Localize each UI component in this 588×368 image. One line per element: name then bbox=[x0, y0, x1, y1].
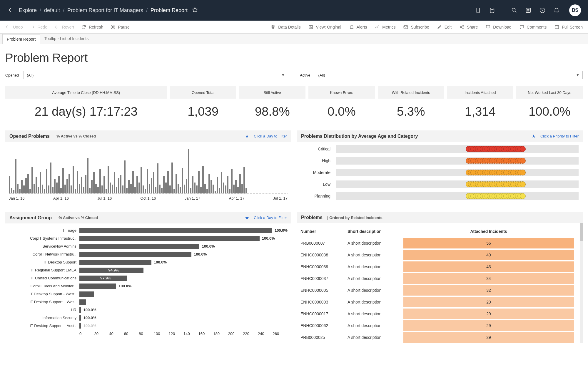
bar[interactable] bbox=[184, 185, 185, 193]
bar[interactable] bbox=[36, 177, 37, 193]
bar[interactable] bbox=[91, 180, 93, 193]
bar[interactable] bbox=[106, 189, 107, 193]
bar[interactable] bbox=[153, 172, 154, 193]
subscribe-button[interactable]: Subscribe bbox=[403, 24, 429, 30]
bar[interactable] bbox=[83, 187, 84, 194]
bar[interactable] bbox=[186, 179, 187, 193]
bar[interactable] bbox=[112, 185, 113, 193]
bar[interactable] bbox=[60, 188, 62, 193]
bar[interactable] bbox=[29, 189, 31, 193]
bar[interactable] bbox=[89, 188, 91, 193]
bar[interactable] bbox=[130, 184, 132, 193]
bar[interactable] bbox=[56, 183, 58, 194]
bar[interactable] bbox=[213, 185, 214, 193]
favorite-icon[interactable] bbox=[192, 6, 198, 14]
bar[interactable] bbox=[163, 176, 165, 193]
bar[interactable] bbox=[118, 178, 119, 194]
bar[interactable] bbox=[237, 187, 239, 194]
datasource-icon[interactable] bbox=[489, 7, 495, 14]
bar[interactable] bbox=[73, 166, 74, 193]
bar[interactable] bbox=[217, 177, 218, 193]
back-button[interactable] bbox=[7, 7, 14, 14]
bar[interactable] bbox=[149, 184, 150, 193]
bar[interactable] bbox=[176, 174, 177, 194]
assign-bar[interactable]: 100.0% bbox=[79, 236, 288, 241]
dist-filter-hint[interactable]: Click a Priority to Filter bbox=[540, 134, 579, 138]
bar[interactable] bbox=[87, 158, 88, 193]
metrics-button[interactable]: Metrics bbox=[375, 24, 395, 30]
bar[interactable] bbox=[157, 163, 158, 193]
opened-filter-hint[interactable]: Click a Day to Filter bbox=[254, 134, 287, 138]
assignment-chart[interactable]: IT Triage 100.0%CorpIT Systems Infrastru… bbox=[5, 223, 291, 336]
revert-button[interactable]: Revert bbox=[54, 24, 74, 30]
opened-bars-chart[interactable] bbox=[9, 144, 288, 194]
bar[interactable] bbox=[11, 188, 12, 193]
redo-button[interactable]: Redo bbox=[30, 24, 47, 30]
bar[interactable] bbox=[48, 185, 49, 193]
scrollbar-thumb[interactable] bbox=[580, 223, 583, 241]
bar[interactable] bbox=[132, 171, 134, 193]
assign-filter-hint[interactable]: Click a Day to Filter bbox=[254, 216, 287, 220]
comments-button[interactable]: Comments bbox=[519, 24, 547, 30]
bar[interactable] bbox=[81, 177, 82, 193]
view-button[interactable]: View: Original bbox=[308, 24, 341, 30]
bar[interactable] bbox=[54, 179, 56, 193]
crumb-default[interactable]: default bbox=[44, 7, 60, 14]
bar[interactable] bbox=[141, 167, 142, 193]
bar[interactable] bbox=[211, 180, 212, 193]
table-row[interactable]: ENHC0000062A short description29 bbox=[300, 320, 574, 331]
filter-active-select[interactable]: (All) ▼ bbox=[315, 71, 583, 79]
bar[interactable] bbox=[95, 184, 97, 193]
bar[interactable] bbox=[25, 178, 27, 194]
bar[interactable] bbox=[85, 175, 86, 193]
bar[interactable] bbox=[58, 176, 60, 193]
bar[interactable] bbox=[227, 176, 228, 193]
device-preview-icon[interactable] bbox=[475, 7, 481, 14]
table-row[interactable]: ENHC0000005A short description32 bbox=[300, 284, 574, 296]
bar[interactable] bbox=[204, 184, 206, 193]
alerts-button[interactable]: Alerts bbox=[349, 24, 367, 30]
bar[interactable] bbox=[44, 189, 45, 193]
bar[interactable] bbox=[17, 184, 19, 193]
search-icon[interactable] bbox=[511, 7, 517, 14]
pause-button[interactable]: Pause bbox=[110, 24, 130, 30]
refresh-button[interactable]: Refresh bbox=[81, 24, 103, 30]
bar[interactable] bbox=[161, 188, 163, 193]
tab-tooltip-incidents[interactable]: Tooltip - List of Incidents bbox=[40, 34, 93, 44]
assign-bar[interactable]: 100.0% bbox=[79, 315, 288, 321]
bar[interactable] bbox=[23, 185, 25, 193]
help-icon[interactable] bbox=[539, 7, 546, 14]
bar[interactable] bbox=[167, 171, 169, 193]
bar[interactable] bbox=[178, 184, 179, 193]
bar[interactable] bbox=[99, 169, 101, 194]
bar[interactable] bbox=[192, 176, 193, 193]
bar[interactable] bbox=[221, 172, 222, 193]
bar[interactable] bbox=[188, 149, 189, 193]
assign-bar[interactable]: 100.0% bbox=[79, 244, 288, 249]
bar[interactable] bbox=[66, 179, 68, 194]
bar[interactable] bbox=[245, 188, 247, 193]
bar[interactable] bbox=[40, 172, 41, 193]
bar[interactable] bbox=[110, 183, 111, 194]
filter-opened-select[interactable]: (All) ▼ bbox=[24, 71, 288, 79]
bar[interactable] bbox=[233, 185, 235, 193]
bar[interactable] bbox=[120, 175, 121, 193]
bar[interactable] bbox=[215, 191, 216, 194]
table-row[interactable]: PRB0000007A short description56 bbox=[300, 237, 574, 249]
bar[interactable] bbox=[116, 187, 117, 194]
bar[interactable] bbox=[202, 166, 204, 193]
bar[interactable] bbox=[71, 185, 72, 193]
bar[interactable] bbox=[155, 187, 156, 194]
table-row[interactable]: ENHC0000037A short description34 bbox=[300, 273, 574, 284]
bar[interactable] bbox=[194, 183, 196, 194]
list-icon[interactable] bbox=[525, 7, 532, 14]
notifications-icon[interactable] bbox=[553, 7, 560, 14]
bar[interactable] bbox=[31, 167, 33, 193]
bar[interactable] bbox=[103, 176, 105, 193]
bar[interactable] bbox=[208, 174, 210, 194]
bar[interactable] bbox=[225, 185, 226, 193]
bar[interactable] bbox=[93, 172, 95, 193]
priority-track[interactable] bbox=[336, 145, 579, 153]
bar[interactable] bbox=[134, 187, 136, 194]
bar[interactable] bbox=[219, 188, 220, 193]
